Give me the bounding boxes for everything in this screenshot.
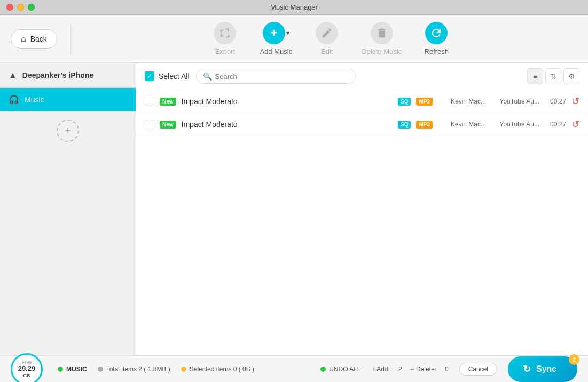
table-row[interactable]: New Impact Moderato SQ MP3 Kevin Mac... … (136, 90, 588, 113)
mp3-badge-2: MP3 (416, 121, 433, 129)
fullscreen-button[interactable] (28, 4, 35, 11)
content-toolbar: ✓ Select All 🔍 ≡ ⇅ ⚙ (136, 63, 588, 90)
view-controls: ≡ ⇅ ⚙ (527, 68, 579, 84)
total-dot (98, 367, 103, 372)
settings-view-button[interactable]: ⚙ (563, 68, 579, 84)
sidebar-item-music[interactable]: 🎧 Music (0, 88, 136, 111)
device-name: Deepanker's iPhone (22, 71, 93, 79)
export-button[interactable]: Export (206, 22, 244, 55)
cancel-button[interactable]: Cancel (459, 363, 497, 376)
undo-all-label: UNDO ALL (329, 365, 360, 373)
music-status: MUSIC (58, 365, 87, 373)
track-artist-2: Kevin Mac... (438, 121, 486, 128)
new-badge-1: New (160, 98, 176, 106)
sq-badge-1: SQ (398, 98, 411, 106)
delete-count: 0 (445, 365, 449, 373)
track-album-2: YouTube Au... (491, 121, 539, 128)
music-label: Music (25, 96, 44, 104)
music-dot (58, 367, 63, 372)
minimize-button[interactable] (17, 4, 24, 11)
music-status-label: MUSIC (66, 365, 87, 373)
toolbar-actions: Export + ▾ Add Music Edit (84, 22, 577, 55)
track-album-1: YouTube Au... (491, 98, 539, 105)
add-label: + Add: (372, 365, 390, 373)
track-title-1: Impact Moderato (182, 97, 393, 106)
back-arrow-icon: ⌂ (21, 34, 26, 44)
add-music-label: Add Music (260, 47, 292, 55)
sync-button[interactable]: ↻ Sync 2 (508, 356, 577, 382)
free-size: 29.29 (18, 365, 36, 372)
track-undo-1[interactable]: ↺ (571, 96, 579, 107)
track-duration-1: 00:27 (545, 98, 566, 105)
edit-label: Edit (321, 47, 333, 55)
select-all-wrapper[interactable]: ✓ Select All (145, 71, 190, 81)
sync-label: Sync (536, 364, 556, 374)
dropdown-arrow-icon[interactable]: ▾ (286, 29, 289, 37)
close-button[interactable] (6, 4, 13, 11)
toolbar: ⌂ Back Export + ▾ Add Music (0, 15, 588, 63)
refresh-icon (425, 22, 448, 44)
track-artist-1: Kevin Mac... (438, 98, 486, 105)
search-icon: 🔍 (203, 72, 212, 81)
refresh-button[interactable]: Refresh (418, 22, 455, 55)
new-badge-2: New (160, 121, 176, 129)
back-label: Back (30, 35, 47, 43)
table-row[interactable]: New Impact Moderato SQ MP3 Kevin Mac... … (136, 113, 588, 136)
add-delete-info: + Add: 2 − Delete: 0 (372, 365, 449, 373)
delete-label: − Delete: (411, 365, 436, 373)
delete-music-icon (371, 22, 393, 44)
selected-items-status: Selected items 0 ( 0B ) (181, 365, 254, 373)
select-all-label: Select All (159, 72, 190, 81)
selected-label: Selected items 0 ( 0B ) (190, 365, 254, 373)
search-box[interactable]: 🔍 (196, 69, 356, 84)
track-title-2: Impact Moderato (182, 120, 393, 129)
headphones-icon: 🎧 (9, 94, 19, 105)
export-label: Export (215, 47, 236, 55)
back-button[interactable]: ⌂ Back (11, 29, 57, 49)
add-count: 2 (398, 365, 402, 373)
list-view-button[interactable]: ≡ (527, 68, 543, 84)
mp3-badge-1: MP3 (416, 98, 433, 106)
track-checkbox-1[interactable] (145, 97, 154, 106)
device-header: ▲ Deepanker's iPhone (0, 63, 136, 88)
add-music-icon: + (263, 22, 285, 44)
edit-button[interactable]: Edit (308, 22, 346, 55)
total-items-status: Total items 2 ( 1.8MB ) (98, 365, 170, 373)
undo-all-dot (320, 367, 326, 372)
traffic-lights (6, 4, 35, 11)
select-all-checkbox[interactable]: ✓ (145, 71, 154, 81)
add-category-button[interactable]: + (57, 120, 79, 142)
status-bar: Free 29.29 GB MUSIC Total items 2 ( 1.8M… (0, 355, 588, 382)
track-undo-2[interactable]: ↺ (571, 118, 579, 130)
sq-badge-2: SQ (398, 121, 411, 129)
sidebar: ▲ Deepanker's iPhone 🎧 Music + (0, 63, 136, 355)
content-area: ✓ Select All 🔍 ≡ ⇅ ⚙ New Impact Moderato… (136, 63, 588, 355)
device-icon: ▲ (9, 70, 17, 80)
track-list: New Impact Moderato SQ MP3 Kevin Mac... … (136, 90, 588, 355)
window-title: Music Manager (270, 3, 318, 11)
sort-button[interactable]: ⇅ (545, 68, 561, 84)
free-space-indicator: Free 29.29 GB (11, 353, 43, 383)
sync-icon: ↻ (523, 363, 531, 375)
total-label: Total items 2 ( 1.8MB ) (106, 365, 170, 373)
sync-badge: 2 (569, 354, 579, 365)
undo-all-button[interactable]: UNDO ALL (320, 365, 360, 373)
edit-icon (316, 22, 338, 44)
delete-music-label: Delete Music (362, 47, 402, 55)
add-music-button[interactable]: + ▾ Add Music (260, 22, 292, 55)
search-input[interactable] (215, 73, 349, 81)
export-icon (214, 22, 236, 44)
title-bar: Music Manager (0, 0, 588, 15)
refresh-label: Refresh (425, 47, 449, 55)
delete-music-button[interactable]: Delete Music (362, 22, 402, 55)
toolbar-divider (70, 23, 71, 55)
track-checkbox-2[interactable] (145, 120, 154, 129)
selected-dot (181, 367, 186, 372)
free-unit: GB (23, 373, 30, 378)
main-layout: ▲ Deepanker's iPhone 🎧 Music + ✓ Select … (0, 63, 588, 355)
track-duration-2: 00:27 (545, 121, 566, 128)
